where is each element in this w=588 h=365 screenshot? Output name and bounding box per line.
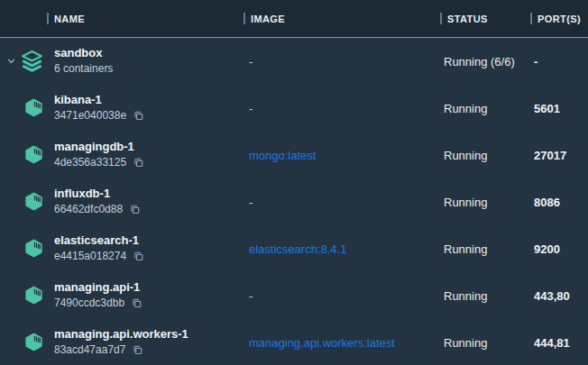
name-cell: kibana-1 3471e040038e [0, 93, 242, 123]
containers-table: NAME IMAGE STATUS PORT(S) sandbox [0, 0, 588, 365]
column-separator [440, 13, 442, 24]
column-header-label: PORT(S) [537, 14, 581, 24]
container-name: managing.api.workers-1 [54, 327, 188, 342]
image-cell: elasticsearch:8.4.1 [242, 242, 438, 256]
status-text: Running [438, 196, 528, 209]
table-row[interactable]: managing.api-1 7490ccdc3dbb - Running 44… [0, 272, 588, 319]
name-cell: managingdb-1 4de356a33125 [0, 140, 242, 169]
ports-text: 27017 [528, 149, 588, 162]
container-name: managing.api-1 [54, 280, 142, 296]
ports-text: 8086 [528, 196, 588, 209]
copy-icon[interactable] [133, 110, 144, 122]
name-cell: sandbox 6 containers [0, 46, 242, 76]
image-cell: - [242, 55, 438, 68]
ports-text: 443,80 [528, 289, 588, 303]
status-text: Running [438, 242, 528, 256]
container-id: 3471e040038e [54, 109, 126, 123]
column-header-label: NAME [54, 14, 85, 24]
table-row[interactable]: managing.api.workers-1 83acd47aa7d7 mana… [0, 319, 588, 365]
status-text: Running [438, 336, 528, 350]
column-separator [530, 13, 532, 24]
container-icon [23, 332, 44, 352]
image-name: - [249, 55, 253, 68]
chevron-down-icon[interactable] [4, 55, 18, 67]
container-icon [23, 285, 44, 306]
container-id: 66462dfc0d88 [54, 203, 123, 217]
group-sub-label: 6 containers [54, 62, 113, 77]
container-icon [23, 144, 44, 165]
status-text: Running [438, 289, 528, 303]
container-icon [23, 97, 44, 118]
container-name: elasticsearch-1 [54, 233, 144, 249]
image-cell: mongo:latest [242, 149, 438, 162]
column-separator [47, 13, 49, 24]
column-header-ports[interactable]: PORT(S) [528, 13, 588, 24]
image-cell: - [242, 102, 438, 115]
column-separator [243, 13, 245, 24]
column-header-label: STATUS [447, 14, 488, 24]
column-header-name[interactable]: NAME [0, 13, 242, 24]
table-body: sandbox 6 containers - Running (6/6) - [0, 38, 588, 365]
copy-icon[interactable] [129, 204, 141, 215]
table-row[interactable]: kibana-1 3471e040038e - Running 5601 [0, 85, 588, 132]
container-name: kibana-1 [54, 93, 144, 108]
name-cell: influxdb-1 66462dfc0d88 [0, 187, 242, 216]
ports-text: 9200 [528, 242, 588, 256]
image-name: - [249, 102, 253, 115]
image-name[interactable]: elasticsearch:8.4.1 [249, 242, 346, 256]
copy-icon[interactable] [133, 157, 144, 169]
container-id: 83acd47aa7d7 [54, 343, 125, 358]
table-row[interactable]: elasticsearch-1 e4415a018274 elasticsear… [0, 225, 588, 272]
copy-icon[interactable] [132, 344, 143, 356]
name-cell: elasticsearch-1 e4415a018274 [0, 233, 242, 263]
copy-icon[interactable] [133, 251, 144, 262]
column-header-label: IMAGE [251, 14, 285, 24]
image-cell: managing.api.workers:latest [242, 336, 438, 350]
status-text: Running [438, 149, 528, 162]
image-cell: - [242, 196, 438, 209]
name-cell: managing.api-1 7490ccdc3dbb [0, 280, 242, 310]
ports-text: 444,81 [528, 336, 588, 350]
name-cell: managing.api.workers-1 83acd47aa7d7 [0, 327, 242, 357]
image-name[interactable]: managing.api.workers:latest [249, 336, 395, 350]
container-icon [23, 238, 44, 259]
column-header-image[interactable]: IMAGE [242, 13, 438, 24]
image-name: - [249, 289, 253, 303]
container-icon [23, 191, 44, 212]
table-row[interactable]: influxdb-1 66462dfc0d88 - Running 8086 [0, 178, 588, 225]
ports-text: 5601 [528, 102, 588, 115]
status-text: Running (6/6) [438, 55, 528, 68]
ports-text: - [528, 55, 588, 68]
container-id: 4de356a33125 [54, 156, 126, 170]
table-row-group[interactable]: sandbox 6 containers - Running (6/6) - [0, 38, 588, 85]
image-name: - [249, 196, 253, 209]
image-name[interactable]: mongo:latest [249, 149, 316, 162]
container-id: 7490ccdc3dbb [54, 297, 124, 311]
container-name: influxdb-1 [54, 187, 141, 202]
container-name: managingdb-1 [54, 140, 144, 155]
copy-icon[interactable] [131, 297, 142, 309]
column-header-status[interactable]: STATUS [438, 13, 528, 24]
table-header: NAME IMAGE STATUS PORT(S) [0, 0, 588, 38]
container-name: sandbox [54, 46, 113, 61]
status-text: Running [438, 102, 528, 115]
table-row[interactable]: managingdb-1 4de356a33125 mongo:latest R… [0, 132, 588, 178]
stack-icon [20, 49, 44, 73]
container-id: e4415a018274 [54, 250, 126, 264]
image-cell: - [242, 289, 438, 303]
